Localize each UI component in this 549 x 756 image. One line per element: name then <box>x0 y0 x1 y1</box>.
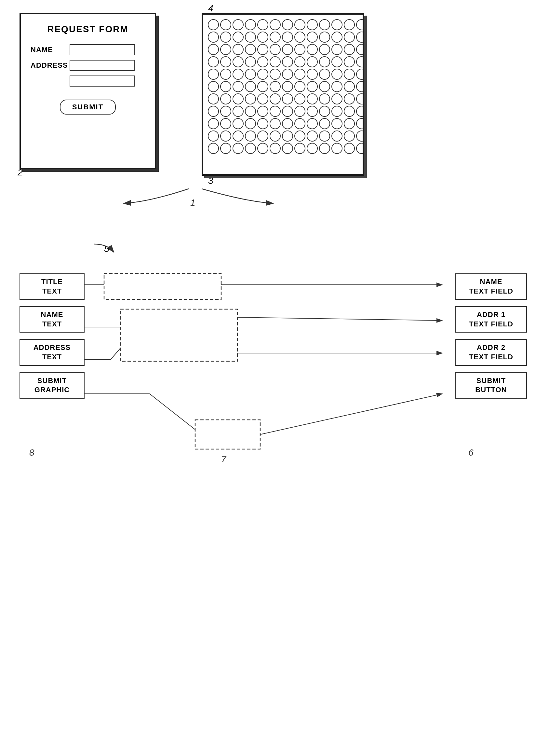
dot-cell <box>307 56 318 67</box>
dot-cell <box>294 118 305 129</box>
dot-cell <box>208 93 219 104</box>
dot-cell <box>356 143 364 154</box>
dot-cell <box>220 19 231 30</box>
dot-cell <box>282 19 293 30</box>
dot-cell <box>331 56 342 67</box>
address-text-box: ADDRESS TEXT <box>20 339 85 365</box>
dot-cell <box>319 56 330 67</box>
dot-cell <box>220 93 231 104</box>
dot-cell <box>319 143 330 154</box>
dot-cell <box>294 44 305 55</box>
submit-button-form[interactable]: SUBMIT <box>60 100 116 115</box>
dot-cell <box>356 69 364 80</box>
dot-cell <box>220 118 231 129</box>
dot-cell <box>294 32 305 43</box>
dot-cell <box>319 93 330 104</box>
dot-cell <box>282 118 293 129</box>
dot-cell <box>270 56 281 67</box>
dot-cell <box>208 131 219 142</box>
dot-cell <box>356 106 364 117</box>
dot-cell <box>233 44 244 55</box>
dot-cell <box>294 131 305 142</box>
left-labels-column: TITLE TEXT NAME TEXT ADDRESS TEXT SUBMIT… <box>20 273 85 399</box>
dot-cell <box>220 131 231 142</box>
dot-cell <box>257 118 268 129</box>
dot-cell <box>282 106 293 117</box>
dot-cell <box>208 118 219 129</box>
name-form-row: NAME <box>31 44 145 55</box>
dot-cell <box>245 44 256 55</box>
dot-cell <box>307 106 318 117</box>
dot-cell <box>356 93 364 104</box>
dot-cell <box>307 93 318 104</box>
top-section: REQUEST FORM NAME ADDRESS SUBMIT 2 4 3 <box>0 0 549 176</box>
dot-cell <box>307 44 318 55</box>
dot-cell <box>282 44 293 55</box>
name-label: NAME <box>31 46 66 54</box>
dot-cell <box>245 143 256 154</box>
dot-cell <box>220 56 231 67</box>
dot-cell <box>282 131 293 142</box>
dot-cell <box>233 93 244 104</box>
dot-cell <box>319 118 330 129</box>
dot-cell <box>233 143 244 154</box>
dot-cell <box>307 32 318 43</box>
dot-cell <box>319 69 330 80</box>
dot-cell <box>257 32 268 43</box>
dot-cell <box>307 19 318 30</box>
dot-cell <box>208 69 219 80</box>
dot-cell <box>331 81 342 92</box>
request-form-panel: REQUEST FORM NAME ADDRESS SUBMIT 2 <box>20 13 156 169</box>
dot-cell <box>344 93 355 104</box>
dot-cell <box>282 81 293 92</box>
dot-cell <box>331 118 342 129</box>
dot-cell <box>294 143 305 154</box>
diagram-label-5: 5 <box>104 244 109 254</box>
dot-cell <box>233 118 244 129</box>
top-arrow-svg: 1 <box>65 182 325 208</box>
dot-cell <box>356 19 364 30</box>
dot-cell <box>233 32 244 43</box>
dot-cell <box>245 81 256 92</box>
dot-cell <box>319 44 330 55</box>
dot-cell <box>220 81 231 92</box>
dot-cell <box>319 131 330 142</box>
form-title: REQUEST FORM <box>31 24 145 34</box>
addr2-text-field-box: ADDR 2 TEXT FIELD <box>455 339 527 365</box>
dot-cell <box>307 69 318 80</box>
dot-cell <box>257 93 268 104</box>
dot-cell <box>307 143 318 154</box>
dot-cell <box>344 118 355 129</box>
dot-cell <box>331 131 342 142</box>
dot-cell <box>233 131 244 142</box>
name-input-box[interactable] <box>70 44 135 55</box>
dot-cell <box>331 143 342 154</box>
dot-cell <box>257 81 268 92</box>
dot-cell <box>245 118 256 129</box>
dot-cell <box>356 118 364 129</box>
dot-cell <box>233 56 244 67</box>
dot-cell <box>331 32 342 43</box>
address-label: ADDRESS <box>31 61 66 70</box>
dot-cell <box>282 143 293 154</box>
dot-cell <box>245 56 256 67</box>
dot-cell <box>356 56 364 67</box>
dot-cell <box>331 106 342 117</box>
dot-grid <box>207 18 359 155</box>
dot-cell <box>331 19 342 30</box>
dot-cell <box>319 32 330 43</box>
dot-cell <box>282 69 293 80</box>
dot-cell <box>319 106 330 117</box>
dot-matrix-panel <box>202 13 364 176</box>
dot-cell <box>331 44 342 55</box>
address-input-box-1[interactable] <box>70 60 135 71</box>
dot-cell <box>257 106 268 117</box>
dot-cell <box>294 106 305 117</box>
dot-cell <box>319 81 330 92</box>
address-input-box-2[interactable] <box>70 76 135 87</box>
dot-cell <box>356 131 364 142</box>
bottom-section: 5 TITLE TEXT NAME TEXT ADDRESS TEXT SUBM… <box>0 241 549 475</box>
dot-cell <box>257 143 268 154</box>
dot-cell <box>257 56 268 67</box>
dot-cell <box>208 81 219 92</box>
